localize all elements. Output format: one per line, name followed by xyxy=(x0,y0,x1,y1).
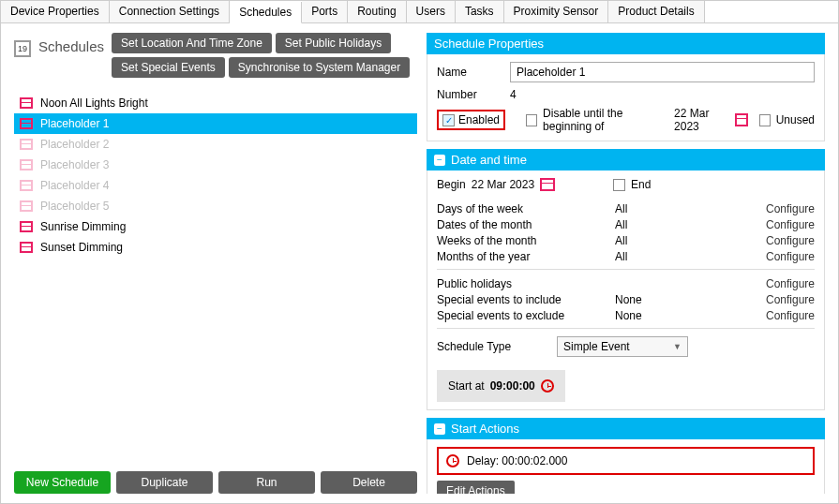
tab-proximity-sensor[interactable]: Proximity Sensor xyxy=(504,1,609,22)
clock-icon xyxy=(446,454,459,467)
enabled-highlight: ✓ Enabled xyxy=(437,110,505,130)
configure-link[interactable]: Configure xyxy=(766,293,815,306)
schedules-title: Schedules xyxy=(38,38,104,54)
schedule-item[interactable]: Placeholder 1 xyxy=(14,113,417,134)
schedule-list: Noon All Lights BrightPlaceholder 1Place… xyxy=(14,93,417,464)
clock-icon xyxy=(541,379,554,393)
schedule-properties-header: Schedule Properties xyxy=(427,33,825,54)
config-label: Months of the year xyxy=(437,250,577,263)
synchronise-to-system-manager-button[interactable]: Synchronise to System Manager xyxy=(229,57,410,78)
run-button[interactable]: Run xyxy=(218,471,315,494)
unused-label: Unused xyxy=(776,113,815,126)
set-public-holidays-button[interactable]: Set Public Holidays xyxy=(276,33,391,53)
calendar-picker-icon[interactable] xyxy=(735,113,748,126)
start-actions-header[interactable]: − Start Actions xyxy=(427,418,825,439)
config-label: Public holidays xyxy=(437,277,577,290)
config-label: Dates of the month xyxy=(437,218,577,231)
collapse-icon[interactable]: − xyxy=(434,155,445,166)
disable-until-label: Disable until the beginning of xyxy=(543,107,668,133)
schedule-item-label: Placeholder 5 xyxy=(40,200,109,213)
set-special-events-button[interactable]: Set Special Events xyxy=(112,57,225,78)
tab-product-details[interactable]: Product Details xyxy=(608,1,704,22)
enabled-label: Enabled xyxy=(458,113,500,126)
tab-device-properties[interactable]: Device Properties xyxy=(1,1,110,22)
start-at-box[interactable]: Start at 09:00:00 xyxy=(437,370,565,402)
config-row: Special events to excludeNoneConfigure xyxy=(437,309,815,322)
schedule-item[interactable]: Sunset Dimming xyxy=(14,237,417,258)
collapse-icon[interactable]: − xyxy=(434,423,445,435)
tab-ports[interactable]: Ports xyxy=(302,1,348,22)
config-row: Dates of the monthAllConfigure xyxy=(437,218,815,231)
delay-label: Delay: 00:00:02.000 xyxy=(467,454,567,467)
begin-date: 22 Mar 2023 xyxy=(472,178,534,191)
configure-link[interactable]: Configure xyxy=(766,309,815,322)
schedule-icon xyxy=(20,180,33,191)
begin-date-picker-icon[interactable] xyxy=(540,178,555,191)
end-label: End xyxy=(631,178,651,191)
schedule-item-label: Placeholder 2 xyxy=(40,138,109,151)
edit-actions-button[interactable]: Edit Actions xyxy=(437,481,515,494)
schedule-icon xyxy=(20,97,33,109)
tab-schedules[interactable]: Schedules xyxy=(230,2,302,23)
tab-tasks[interactable]: Tasks xyxy=(456,1,504,22)
schedule-item-label: Placeholder 1 xyxy=(40,117,109,130)
tab-users[interactable]: Users xyxy=(407,1,456,22)
schedule-item[interactable]: Placeholder 5 xyxy=(14,196,417,216)
config-row: Special events to includeNoneConfigure xyxy=(437,293,815,306)
chevron-down-icon: ▼ xyxy=(673,342,682,351)
config-value: All xyxy=(615,250,627,263)
schedule-item[interactable]: Placeholder 3 xyxy=(14,155,417,175)
calendar-icon: 19 xyxy=(14,40,31,57)
schedule-icon xyxy=(20,139,33,150)
delete-button[interactable]: Delete xyxy=(321,471,417,494)
disable-until-date: 22 Mar 2023 xyxy=(674,107,729,133)
schedule-icon xyxy=(20,159,33,170)
config-row: Public holidaysConfigure xyxy=(437,277,815,290)
config-value: All xyxy=(615,234,627,247)
config-row: Months of the yearAllConfigure xyxy=(437,250,815,263)
config-row: Weeks of the monthAllConfigure xyxy=(437,234,815,247)
configure-link[interactable]: Configure xyxy=(766,250,815,263)
number-value: 4 xyxy=(510,88,517,101)
configure-link[interactable]: Configure xyxy=(766,202,815,215)
config-value: All xyxy=(615,202,627,215)
config-value: None xyxy=(615,293,642,306)
configure-link[interactable]: Configure xyxy=(766,218,815,231)
unused-checkbox[interactable] xyxy=(759,114,771,126)
schedule-type-select[interactable]: Simple Event ▼ xyxy=(557,336,688,357)
set-location-and-time-zone-button[interactable]: Set Location And Time Zone xyxy=(112,33,272,53)
disable-until-checkbox[interactable] xyxy=(526,114,537,126)
config-row: Days of the weekAllConfigure xyxy=(437,202,815,215)
delay-action-row[interactable]: Delay: 00:00:02.000 xyxy=(437,447,815,475)
schedule-item[interactable]: Placeholder 4 xyxy=(14,175,417,196)
schedule-item[interactable]: Placeholder 2 xyxy=(14,134,417,155)
config-label: Days of the week xyxy=(437,202,577,215)
schedule-item-label: Placeholder 3 xyxy=(40,158,109,171)
duplicate-button[interactable]: Duplicate xyxy=(116,471,213,494)
schedule-icon xyxy=(20,221,33,232)
schedule-item-label: Noon All Lights Bright xyxy=(40,96,148,110)
configure-link[interactable]: Configure xyxy=(766,277,815,290)
number-label: Number xyxy=(437,88,502,101)
enabled-checkbox[interactable]: ✓ xyxy=(442,114,455,126)
config-label: Weeks of the month xyxy=(437,234,577,247)
configure-link[interactable]: Configure xyxy=(766,234,815,247)
tab-routing[interactable]: Routing xyxy=(348,1,406,22)
tabs-bar: Device PropertiesConnection SettingsSche… xyxy=(1,1,838,23)
schedule-item[interactable]: Sunrise Dimming xyxy=(14,216,417,237)
end-checkbox[interactable] xyxy=(613,179,625,191)
schedule-icon xyxy=(20,242,33,253)
schedule-icon xyxy=(20,200,33,212)
schedule-item-label: Sunset Dimming xyxy=(40,241,123,254)
config-value: None xyxy=(615,309,642,322)
schedule-type-label: Schedule Type xyxy=(437,340,549,353)
schedule-item[interactable]: Noon All Lights Bright xyxy=(14,93,417,113)
tab-connection-settings[interactable]: Connection Settings xyxy=(110,1,230,22)
date-time-header[interactable]: − Date and time xyxy=(427,149,825,170)
config-value: All xyxy=(615,218,627,231)
config-label: Special events to include xyxy=(437,293,577,306)
name-label: Name xyxy=(437,66,502,79)
new-schedule-button[interactable]: New Schedule xyxy=(14,471,111,494)
config-label: Special events to exclude xyxy=(437,309,577,322)
name-input[interactable] xyxy=(510,62,815,82)
